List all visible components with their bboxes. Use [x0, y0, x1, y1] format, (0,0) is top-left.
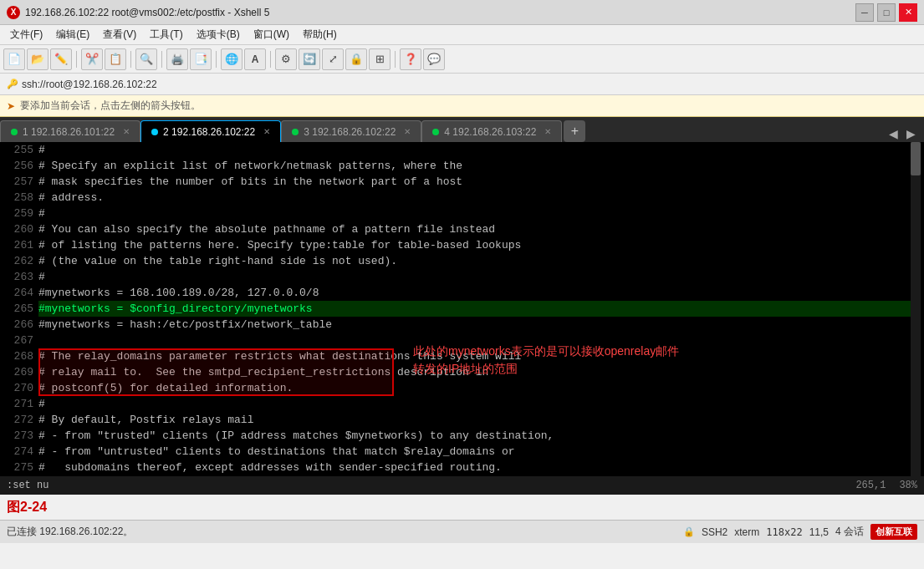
toolbar-chat[interactable]: 💬 — [423, 48, 445, 70]
terminal-line: 256# Specify an explicit list of network… — [3, 158, 921, 174]
toolbar-font[interactable]: A — [244, 48, 266, 70]
line-number: 266 — [3, 317, 33, 333]
line-content: #mynetworks = 168.100.189.0/28, 127.0.0.… — [38, 285, 921, 301]
line-content: # — [38, 142, 921, 158]
terminal-line: 270# postconf(5) for detailed informatio… — [3, 380, 921, 396]
tab-nav-right[interactable]: ▶ — [903, 125, 919, 142]
bottom-right: 🔒 SSH2 xterm 118x22 11,5 4 会话 创新互联 — [683, 524, 917, 540]
toolbar-printer2[interactable]: 📑 — [190, 48, 212, 70]
menu-file[interactable]: 文件(F) — [5, 26, 48, 43]
menu-window[interactable]: 窗口(W) — [248, 26, 294, 43]
terminal-line: 272# By default, Postfix relays mail — [3, 412, 921, 428]
line-content: # - from "trusted" clients (IP address m… — [38, 428, 921, 444]
scrollbar-thumb[interactable] — [911, 142, 921, 175]
terminal-line: 264#mynetworks = 168.100.189.0/28, 127.0… — [3, 285, 921, 301]
tab-nav-left[interactable]: ◀ — [886, 125, 901, 142]
info-banner: ➤ 要添加当前会话，点击左侧的箭头按钮。 — [0, 95, 924, 117]
line-content: # By default, Postfix relays mail — [38, 412, 921, 428]
line-content: # — [38, 206, 921, 221]
terminal[interactable]: 255#256# Specify an explicit list of net… — [0, 142, 924, 476]
line-content: # — [38, 396, 921, 412]
tab-4-dot — [432, 129, 439, 135]
line-number: 272 — [3, 412, 33, 428]
tab-1-close[interactable]: ✕ — [123, 127, 130, 136]
terminal-line: 262# (the value on the table right-hand … — [3, 253, 921, 269]
line-number: 265 — [3, 301, 33, 317]
tab-2[interactable]: 2 192.168.26.102:22 ✕ — [140, 120, 281, 142]
toolbar-sep2 — [130, 51, 131, 68]
menu-tools[interactable]: 工具(T) — [145, 26, 187, 43]
menu-help[interactable]: 帮助(H) — [298, 26, 342, 43]
terminal-line: 274# - from "untrusted" clients to desti… — [3, 444, 921, 460]
line-number: 258 — [3, 190, 33, 206]
menu-view[interactable]: 查看(V) — [98, 26, 141, 43]
menu-tabs[interactable]: 选项卡(B) — [191, 26, 245, 43]
callout-annotation: 此处的mynetworks表示的是可以接收openrelay邮件转发的IP地址的… — [413, 343, 681, 378]
terminal-size: 118x22 — [766, 526, 802, 538]
line-number: 268 — [3, 348, 33, 364]
terminal-line: 255# — [3, 142, 921, 158]
line-number: 269 — [3, 364, 33, 380]
title-text: 192.168.26.102:22 root@vms002:/etc/postf… — [25, 7, 269, 18]
tab-2-dot — [151, 129, 158, 135]
tab-1[interactable]: 1 192.168.26.101:22 ✕ — [0, 120, 140, 142]
tab-3-close[interactable]: ✕ — [404, 127, 411, 136]
terminal-line: 258# address. — [3, 190, 921, 206]
toolbar-sep4 — [216, 51, 217, 68]
toolbar-search[interactable]: 🔍 — [135, 48, 157, 70]
tab-1-label: 1 192.168.26.101:22 — [23, 126, 115, 138]
terminal-line: 271# — [3, 396, 921, 412]
line-number: 260 — [3, 221, 33, 237]
tab-2-close[interactable]: ✕ — [263, 127, 270, 136]
toolbar-copy[interactable]: 📋 — [105, 48, 126, 70]
vim-command: :set nu — [7, 480, 48, 491]
tab-4[interactable]: 4 192.168.26.103:22 ✕ — [421, 120, 562, 142]
line-number: 274 — [3, 444, 33, 460]
info-text: 要添加当前会话，点击左侧的箭头按钮。 — [20, 99, 201, 113]
arrow-icon: ➤ — [7, 100, 15, 112]
session-count: 4 会话 — [835, 525, 864, 539]
toolbar-new[interactable]: 📄 — [3, 48, 25, 70]
tab-3-dot — [292, 129, 299, 135]
caption-label: 图2-24 — [7, 499, 47, 516]
menu-edit[interactable]: 编辑(E) — [51, 26, 94, 43]
caption-bar: 图2-24 — [0, 495, 924, 520]
toolbar-btn6[interactable]: ⚙ — [275, 48, 297, 70]
terminal-scrollbar[interactable] — [911, 142, 921, 476]
minimize-button[interactable]: ─ — [855, 3, 874, 22]
toolbar-sep5 — [270, 51, 271, 68]
tab-add-button[interactable]: + — [564, 120, 585, 142]
toolbar-print[interactable]: 🖨️ — [166, 48, 188, 70]
status-right: 265,1 38% — [855, 480, 917, 491]
maximize-button[interactable]: □ — [877, 3, 896, 22]
title-left: X 192.168.26.102:22 root@vms002:/etc/pos… — [7, 6, 269, 19]
toolbar-globe[interactable]: 🌐 — [221, 48, 242, 70]
line-content: # You can also specify the absolute path… — [38, 221, 921, 237]
toolbar-lock[interactable]: 🔒 — [345, 48, 367, 70]
terminal-line: 265#mynetworks = $config_directory/mynet… — [3, 301, 921, 317]
tab-1-dot — [11, 129, 18, 135]
tab-4-close[interactable]: ✕ — [544, 127, 551, 136]
toolbar-btn8[interactable]: ⤢ — [322, 48, 344, 70]
line-content: # postconf(5) for detailed information. — [38, 380, 921, 396]
bottom-left: 已连接 192.168.26.102:22。 — [7, 525, 133, 539]
terminal-type: xterm — [734, 526, 759, 538]
toolbar-grid[interactable]: ⊞ — [369, 48, 391, 70]
terminal-line: 275# subdomains thereof, except addresse… — [3, 460, 921, 475]
line-content: #mynetworks = $config_directory/mynetwor… — [38, 301, 921, 317]
toolbar-edit[interactable]: ✏️ — [50, 48, 72, 70]
tab-3[interactable]: 3 192.168.26.102:22 ✕ — [281, 120, 421, 142]
line-content: # (the value on the table right-hand sid… — [38, 253, 921, 269]
toolbar-open[interactable]: 📂 — [27, 48, 48, 70]
close-button[interactable]: ✕ — [899, 3, 917, 22]
toolbar-btn7[interactable]: 🔄 — [299, 48, 320, 70]
line-content: # mask specifies the number of bits in t… — [38, 174, 921, 190]
toolbar-cut[interactable]: ✂️ — [81, 48, 103, 70]
tab-3-label: 3 192.168.26.102:22 — [304, 126, 396, 138]
status-left: :set nu — [7, 480, 48, 491]
toolbar-help[interactable]: ❓ — [400, 48, 421, 70]
line-content: # Specify an explicit list of network/ne… — [38, 158, 921, 174]
line-number: 267 — [3, 333, 33, 348]
terminal-line: 273# - from "trusted" clients (IP addres… — [3, 428, 921, 444]
terminal-line: 261# of listing the patterns here. Speci… — [3, 237, 921, 253]
